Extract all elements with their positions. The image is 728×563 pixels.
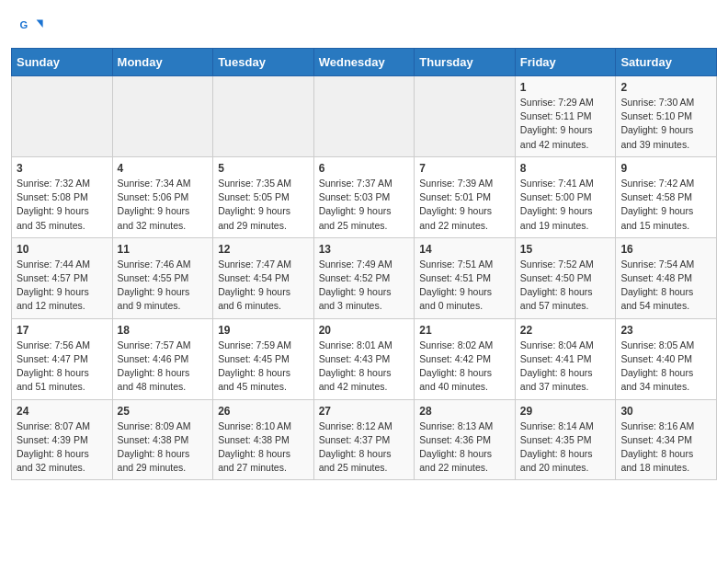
day-number: 30 (620, 405, 711, 418)
weekday-saturday: Saturday (616, 49, 717, 76)
day-cell (12, 76, 113, 157)
day-number: 21 (419, 324, 510, 337)
day-number: 13 (319, 243, 410, 256)
day-cell: 2Sunrise: 7:30 AM Sunset: 5:10 PM Daylig… (616, 76, 717, 157)
day-number: 12 (218, 243, 309, 256)
day-info: Sunrise: 7:30 AM Sunset: 5:10 PM Dayligh… (620, 96, 711, 152)
day-number: 26 (218, 405, 309, 418)
day-cell: 8Sunrise: 7:41 AM Sunset: 5:00 PM Daylig… (515, 156, 616, 237)
day-cell: 13Sunrise: 7:49 AM Sunset: 4:52 PM Dayli… (313, 237, 415, 318)
day-info: Sunrise: 8:14 AM Sunset: 4:35 PM Dayligh… (520, 419, 611, 476)
svg-marker-1 (37, 20, 43, 28)
day-cell: 7Sunrise: 7:39 AM Sunset: 5:01 PM Daylig… (415, 156, 516, 237)
day-number: 24 (17, 405, 108, 418)
day-number: 15 (520, 243, 611, 256)
day-cell: 11Sunrise: 7:46 AM Sunset: 4:55 PM Dayli… (112, 237, 213, 318)
day-info: Sunrise: 7:35 AM Sunset: 5:05 PM Dayligh… (218, 177, 309, 233)
day-info: Sunrise: 7:37 AM Sunset: 5:03 PM Dayligh… (319, 177, 410, 233)
day-info: Sunrise: 7:52 AM Sunset: 4:50 PM Dayligh… (520, 258, 611, 314)
day-number: 20 (319, 324, 410, 337)
day-info: Sunrise: 7:47 AM Sunset: 4:54 PM Dayligh… (218, 258, 309, 314)
weekday-friday: Friday (515, 49, 616, 76)
day-cell: 4Sunrise: 7:34 AM Sunset: 5:06 PM Daylig… (112, 156, 213, 237)
day-cell: 23Sunrise: 8:05 AM Sunset: 4:40 PM Dayli… (616, 318, 717, 399)
day-info: Sunrise: 7:32 AM Sunset: 5:08 PM Dayligh… (17, 177, 108, 233)
day-cell (313, 76, 415, 157)
day-number: 17 (17, 324, 108, 337)
day-info: Sunrise: 7:57 AM Sunset: 4:46 PM Dayligh… (118, 339, 209, 395)
day-number: 23 (620, 324, 711, 337)
day-cell: 17Sunrise: 7:56 AM Sunset: 4:47 PM Dayli… (12, 318, 113, 399)
day-cell: 16Sunrise: 7:54 AM Sunset: 4:48 PM Dayli… (616, 237, 717, 318)
day-info: Sunrise: 7:49 AM Sunset: 4:52 PM Dayligh… (319, 258, 410, 314)
day-number: 9 (620, 162, 711, 175)
day-cell: 25Sunrise: 8:09 AM Sunset: 4:38 PM Dayli… (112, 399, 213, 480)
day-cell: 14Sunrise: 7:51 AM Sunset: 4:51 PM Dayli… (415, 237, 516, 318)
day-number: 5 (218, 162, 309, 175)
day-cell: 6Sunrise: 7:37 AM Sunset: 5:03 PM Daylig… (313, 156, 415, 237)
day-cell: 3Sunrise: 7:32 AM Sunset: 5:08 PM Daylig… (12, 156, 113, 237)
weekday-header-row: SundayMondayTuesdayWednesdayThursdayFrid… (12, 49, 717, 76)
week-row-1: 1Sunrise: 7:29 AM Sunset: 5:11 PM Daylig… (12, 76, 717, 157)
day-info: Sunrise: 7:46 AM Sunset: 4:55 PM Dayligh… (118, 258, 209, 314)
day-number: 28 (419, 405, 510, 418)
day-info: Sunrise: 7:39 AM Sunset: 5:01 PM Dayligh… (419, 177, 510, 233)
svg-text:G: G (19, 19, 28, 30)
day-cell: 18Sunrise: 7:57 AM Sunset: 4:46 PM Dayli… (112, 318, 213, 399)
day-cell: 30Sunrise: 8:16 AM Sunset: 4:34 PM Dayli… (616, 399, 717, 480)
weekday-wednesday: Wednesday (313, 49, 415, 76)
day-cell: 15Sunrise: 7:52 AM Sunset: 4:50 PM Dayli… (515, 237, 616, 318)
day-info: Sunrise: 8:05 AM Sunset: 4:40 PM Dayligh… (620, 339, 711, 395)
week-row-4: 17Sunrise: 7:56 AM Sunset: 4:47 PM Dayli… (12, 318, 717, 399)
day-cell (415, 76, 516, 157)
day-info: Sunrise: 8:01 AM Sunset: 4:43 PM Dayligh… (319, 339, 410, 395)
day-number: 3 (17, 162, 108, 175)
day-cell: 26Sunrise: 8:10 AM Sunset: 4:38 PM Dayli… (213, 399, 314, 480)
logo: G (18, 15, 48, 40)
day-info: Sunrise: 8:09 AM Sunset: 4:38 PM Dayligh… (118, 419, 209, 476)
day-cell: 24Sunrise: 8:07 AM Sunset: 4:39 PM Dayli… (12, 399, 113, 480)
day-number: 6 (319, 162, 410, 175)
calendar: SundayMondayTuesdayWednesdayThursdayFrid… (0, 48, 728, 491)
day-number: 19 (218, 324, 309, 337)
calendar-table: SundayMondayTuesdayWednesdayThursdayFrid… (11, 48, 717, 480)
week-row-5: 24Sunrise: 8:07 AM Sunset: 4:39 PM Dayli… (12, 399, 717, 480)
day-number: 25 (118, 405, 209, 418)
week-row-2: 3Sunrise: 7:32 AM Sunset: 5:08 PM Daylig… (12, 156, 717, 237)
day-info: Sunrise: 8:16 AM Sunset: 4:34 PM Dayligh… (620, 419, 711, 476)
day-info: Sunrise: 7:51 AM Sunset: 4:51 PM Dayligh… (419, 258, 510, 314)
day-number: 16 (620, 243, 711, 256)
day-number: 10 (17, 243, 108, 256)
day-cell: 20Sunrise: 8:01 AM Sunset: 4:43 PM Dayli… (313, 318, 415, 399)
day-number: 22 (520, 324, 611, 337)
calendar-body: 1Sunrise: 7:29 AM Sunset: 5:11 PM Daylig… (12, 76, 717, 480)
day-info: Sunrise: 7:42 AM Sunset: 4:58 PM Dayligh… (620, 177, 711, 233)
day-info: Sunrise: 8:12 AM Sunset: 4:37 PM Dayligh… (319, 419, 410, 476)
weekday-monday: Monday (112, 49, 213, 76)
day-cell: 29Sunrise: 8:14 AM Sunset: 4:35 PM Dayli… (515, 399, 616, 480)
day-info: Sunrise: 7:44 AM Sunset: 4:57 PM Dayligh… (17, 258, 108, 314)
day-cell: 5Sunrise: 7:35 AM Sunset: 5:05 PM Daylig… (213, 156, 314, 237)
day-number: 11 (118, 243, 209, 256)
day-cell: 28Sunrise: 8:13 AM Sunset: 4:36 PM Dayli… (415, 399, 516, 480)
day-cell (112, 76, 213, 157)
day-number: 4 (118, 162, 209, 175)
page-header: G (0, 0, 728, 48)
day-number: 27 (319, 405, 410, 418)
day-info: Sunrise: 7:41 AM Sunset: 5:00 PM Dayligh… (520, 177, 611, 233)
day-info: Sunrise: 8:07 AM Sunset: 4:39 PM Dayligh… (17, 419, 108, 476)
weekday-thursday: Thursday (415, 49, 516, 76)
day-number: 1 (520, 81, 611, 94)
day-cell: 27Sunrise: 8:12 AM Sunset: 4:37 PM Dayli… (313, 399, 415, 480)
day-info: Sunrise: 7:34 AM Sunset: 5:06 PM Dayligh… (118, 177, 209, 233)
day-number: 29 (520, 405, 611, 418)
day-cell: 9Sunrise: 7:42 AM Sunset: 4:58 PM Daylig… (616, 156, 717, 237)
day-info: Sunrise: 8:04 AM Sunset: 4:41 PM Dayligh… (520, 339, 611, 395)
week-row-3: 10Sunrise: 7:44 AM Sunset: 4:57 PM Dayli… (12, 237, 717, 318)
day-cell: 10Sunrise: 7:44 AM Sunset: 4:57 PM Dayli… (12, 237, 113, 318)
day-number: 18 (118, 324, 209, 337)
day-number: 14 (419, 243, 510, 256)
day-cell (213, 76, 314, 157)
day-number: 2 (620, 81, 711, 94)
day-cell: 19Sunrise: 7:59 AM Sunset: 4:45 PM Dayli… (213, 318, 314, 399)
